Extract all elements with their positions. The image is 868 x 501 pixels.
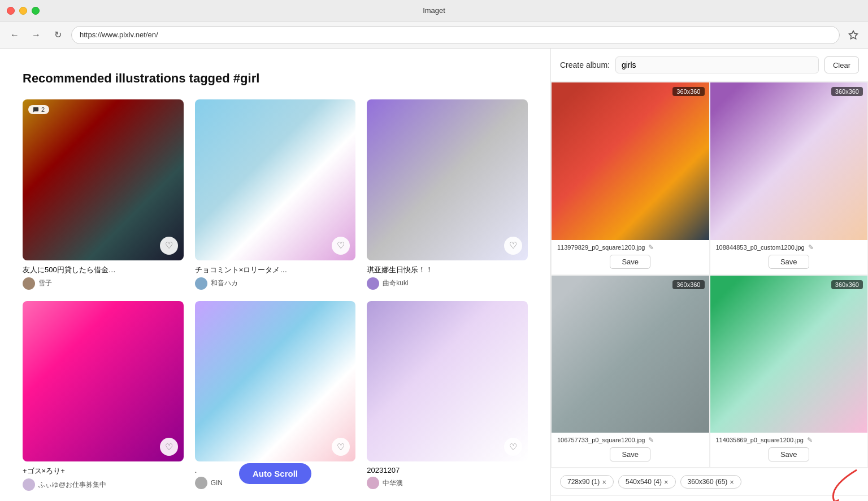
remove-tag-button[interactable]: ×	[664, 478, 669, 486]
filename-text: 106757733_p0_square1200.jpg	[557, 437, 645, 443]
gallery-thumbnail: 360x360	[552, 82, 709, 240]
image-label: 友人に500円貸したら借金…	[23, 265, 184, 275]
edit-icon[interactable]: ✎	[648, 436, 654, 444]
favorite-button[interactable]: ♡	[332, 438, 350, 456]
auto-scroll-button[interactable]: Auto Scroll	[239, 463, 311, 484]
filename-text: 114035869_p0_square1200.jpg	[716, 437, 804, 443]
list-item[interactable]: ♡ 20231207 中华澳	[367, 301, 528, 491]
author-name: 和音ハカ	[211, 278, 238, 288]
avatar	[195, 477, 207, 489]
list-item[interactable]: ♡ +ゴス×ろり+ ふぃゆ@お仕事募集中	[23, 301, 184, 491]
comment-badge: 2	[28, 105, 49, 114]
dimension-label: 360x360	[831, 87, 863, 96]
traffic-lights	[7, 7, 40, 15]
image-thumbnail: 2 ♡	[23, 99, 184, 260]
filename-row: 106757733_p0_square1200.jpg ✎	[552, 433, 709, 445]
save-button[interactable]: Save	[769, 255, 809, 269]
window-title: Imaget	[423, 6, 445, 15]
favorite-button[interactable]: ♡	[504, 237, 522, 255]
right-panel: Create album: Clear 360x360 113979829_p0…	[550, 49, 868, 501]
image-thumbnail: ♡	[367, 301, 528, 462]
fullscreen-button[interactable]	[32, 7, 40, 15]
author-row: 雪子	[23, 277, 184, 290]
remove-tag-button[interactable]: ×	[602, 478, 606, 486]
filename-row: 113979829_p0_square1200.jpg ✎	[552, 240, 709, 252]
list-item[interactable]: 2 ♡ 友人に500円貸したら借金… 雪子	[23, 99, 184, 290]
size-tag-label: 540x540 (4)	[626, 478, 662, 486]
filename-text: 108844853_p0_custom1200.jpg	[716, 244, 805, 251]
author-name: 曲奇kuki	[383, 278, 408, 288]
gallery-thumbnail: 360x360	[710, 82, 868, 240]
gallery-grid: 360x360 113979829_p0_square1200.jpg ✎ Sa…	[551, 82, 868, 468]
back-button[interactable]: ←	[7, 27, 23, 43]
image-thumbnail: ♡	[195, 99, 356, 260]
edit-icon[interactable]: ✎	[648, 243, 654, 251]
favorite-button[interactable]: ♡	[332, 237, 350, 255]
list-item[interactable]: ♡ 琪亚娜生日快乐！！ 曲奇kuki	[367, 99, 528, 290]
author-name: GIN	[211, 479, 223, 487]
author-row: 和音ハカ	[195, 277, 356, 290]
browser-chrome: ← → ↻	[0, 21, 868, 49]
author-row: 曲奇kuki	[367, 277, 528, 290]
page-title: Recommended illustrations tagged #girl	[23, 71, 528, 86]
forward-button[interactable]: →	[28, 27, 44, 43]
author-name: 雪子	[38, 278, 52, 288]
list-item[interactable]: ♡ チョコミント×ロリータメ… 和音ハカ	[195, 99, 356, 290]
favorite-button[interactable]: ♡	[504, 438, 522, 456]
minimize-button[interactable]	[19, 7, 27, 15]
author-name: 中华澳	[383, 478, 403, 488]
image-label: +ゴス×ろり+	[23, 466, 184, 476]
webpage: Recommended illustrations tagged #girl 2…	[0, 49, 550, 501]
image-label: チョコミント×ロリータメ…	[195, 265, 356, 275]
avatar	[23, 277, 35, 290]
gallery-item: 360x360 108844853_p0_custom1200.jpg ✎ Sa…	[710, 82, 869, 275]
author-row: 中华澳	[367, 477, 528, 489]
clear-button[interactable]: Clear	[824, 56, 859, 73]
avatar	[367, 277, 379, 290]
edit-icon[interactable]: ✎	[807, 436, 813, 444]
album-input[interactable]	[615, 56, 819, 73]
image-thumbnail: ♡	[367, 99, 528, 260]
address-bar[interactable]	[71, 26, 840, 44]
dimension-label: 360x360	[672, 87, 704, 96]
gallery-thumbnail: 360x360	[552, 276, 709, 433]
image-grid: 2 ♡ 友人に500円貸したら借金… 雪子 ♡ チョコミント×ロリータメ… 和音…	[23, 99, 528, 491]
controls-row: Image size: 360x360 (65) 540x540 (4) 728…	[551, 496, 868, 501]
avatar	[195, 277, 207, 290]
image-label: 琪亚娜生日快乐！！	[367, 265, 528, 275]
save-button[interactable]: Save	[769, 447, 809, 461]
avatar	[367, 477, 379, 489]
size-tags-row: 728x90 (1) × 540x540 (4) × 360x360 (65) …	[551, 468, 868, 496]
refresh-button[interactable]: ↻	[50, 27, 66, 43]
size-tag[interactable]: 728x90 (1) ×	[560, 475, 614, 489]
edit-icon[interactable]: ✎	[808, 243, 814, 251]
image-thumbnail: ♡	[195, 301, 356, 462]
remove-tag-button[interactable]: ×	[730, 478, 734, 486]
image-thumbnail: ♡	[23, 301, 184, 462]
titlebar: Imaget	[0, 0, 868, 21]
favorite-button[interactable]: ♡	[160, 438, 178, 456]
gallery-item: 360x360 114035869_p0_square1200.jpg ✎ Sa…	[710, 275, 869, 468]
size-tag[interactable]: 540x540 (4) ×	[618, 475, 676, 489]
dimension-label: 360x360	[831, 280, 863, 289]
album-header: Create album: Clear	[551, 49, 868, 82]
gallery-item: 360x360 113979829_p0_square1200.jpg ✎ Sa…	[551, 82, 710, 275]
save-button[interactable]: Save	[610, 255, 650, 269]
filename-text: 113979829_p0_square1200.jpg	[557, 244, 645, 251]
gallery-thumbnail: 360x360	[710, 276, 868, 433]
author-name: ふぃゆ@お仕事募集中	[38, 480, 106, 490]
album-label: Create album:	[560, 60, 610, 69]
filename-row: 114035869_p0_square1200.jpg ✎	[710, 433, 868, 445]
save-button[interactable]: Save	[610, 447, 650, 461]
size-tag-label: 728x90 (1)	[567, 478, 600, 486]
list-item[interactable]: ♡ . GIN	[195, 301, 356, 491]
size-tag-label: 360x360 (65)	[688, 478, 728, 486]
dimension-label: 360x360	[672, 280, 704, 289]
extension-icon[interactable]	[845, 27, 861, 43]
close-button[interactable]	[7, 7, 15, 15]
size-tag[interactable]: 360x360 (65) ×	[680, 475, 741, 489]
gallery-item: 360x360 106757733_p0_square1200.jpg ✎ Sa…	[551, 275, 710, 468]
image-label: 20231207	[367, 466, 528, 474]
favorite-button[interactable]: ♡	[160, 237, 178, 255]
author-row: ふぃゆ@お仕事募集中	[23, 478, 184, 491]
